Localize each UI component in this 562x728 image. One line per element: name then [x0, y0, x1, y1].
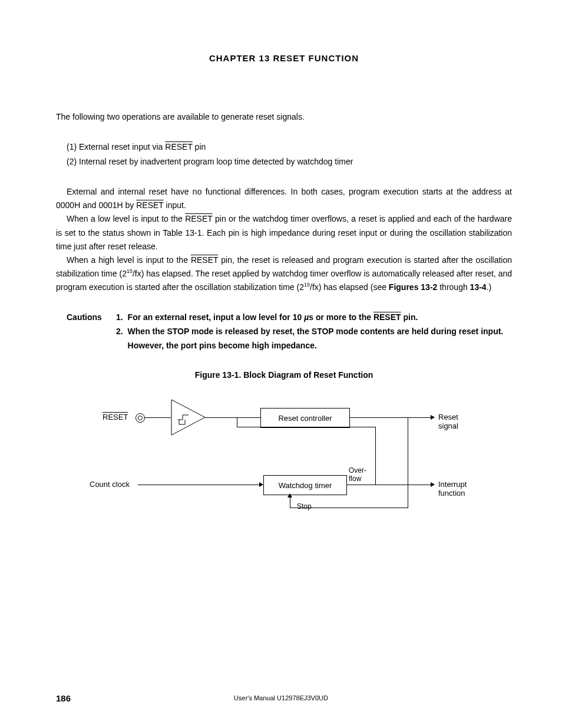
wire	[408, 485, 408, 508]
interrupt-function-label: Interrupt function	[438, 480, 472, 498]
reset-overline: RESET	[373, 312, 401, 322]
reset-pin-label: RESET	[103, 413, 128, 421]
arrow-right-icon	[259, 482, 263, 487]
overflow-label: Over- flow	[349, 467, 366, 482]
watchdog-timer-block: Watchdog timer	[263, 475, 347, 495]
p3-e: through	[437, 282, 470, 292]
exponent-15: 15	[304, 282, 310, 288]
p1-b: input.	[164, 200, 186, 210]
caution-1-num: 1.	[116, 311, 128, 325]
c1-a: For an external reset, input a low level…	[128, 312, 305, 322]
intro-text: The following two operations are availab…	[56, 112, 305, 121]
arrow-right-icon	[431, 482, 435, 487]
reset-overline: RESET	[185, 214, 212, 223]
reset-overline: RESET	[165, 142, 192, 151]
page-number: 186	[56, 693, 71, 703]
chapter-title: CHAPTER 13 RESET FUNCTION	[56, 53, 512, 63]
caution-2-num: 2.	[116, 325, 128, 353]
p1-a: External and internal reset have no func…	[56, 187, 512, 210]
paragraph-3: When a high level is input to the RESET …	[56, 253, 512, 294]
list-2-text: (2) Internal reset by inadvertent progra…	[67, 157, 353, 166]
cautions-items: 1. For an external reset, input a low le…	[116, 311, 512, 353]
figure-title: Figure 13-1. Block Diagram of Reset Func…	[56, 370, 512, 380]
page: CHAPTER 13 RESET FUNCTION The following …	[0, 0, 562, 728]
p3-a: When a high level is input to the	[67, 255, 191, 265]
paragraph-1: External and internal reset have no func…	[56, 185, 512, 212]
wire	[205, 417, 260, 418]
footer-text: User's Manual U12978EJ3V0UD	[0, 694, 562, 701]
caution-2: 2. When the STOP mode is released by res…	[116, 325, 512, 353]
list-1-pre: (1) External reset input via	[67, 142, 165, 151]
intro-paragraph: The following two operations are availab…	[56, 110, 512, 124]
caution-1: 1. For an external reset, input a low le…	[116, 311, 512, 325]
reset-controller-block: Reset controller	[260, 408, 350, 428]
reset-overline: RESET	[136, 200, 163, 210]
list-item-1: (1) External reset input via RESET pin	[67, 140, 512, 154]
block-diagram: RESET Reset controller Reset signal Coun…	[95, 391, 472, 521]
reset-signal-label: Reset signal	[438, 413, 472, 430]
pin-circle-icon	[135, 413, 145, 423]
count-clock-label: Count clock	[90, 480, 130, 489]
c1-b: s or more to the	[309, 312, 373, 322]
wire	[144, 417, 171, 418]
arrow-up-icon	[287, 493, 292, 498]
wire	[408, 417, 408, 485]
p2-a: When a low level is input to the	[67, 214, 185, 223]
wire	[346, 485, 432, 485]
p3-d: /fx) has elapsed (see	[310, 282, 389, 292]
wire	[375, 427, 376, 485]
reset-overline: RESET	[191, 255, 218, 265]
caution-1-text: For an external reset, input a low level…	[128, 311, 512, 325]
watchdog-timer-label: Watchdog timer	[279, 481, 332, 490]
caution-2-text: When the STOP mode is released by reset,…	[128, 325, 512, 353]
wire	[237, 417, 237, 427]
figure-ref-13-4: 13-4	[470, 282, 487, 292]
svg-marker-0	[171, 400, 205, 435]
wire	[138, 485, 260, 485]
exponent-15: 15	[127, 268, 133, 274]
mu-symbol: µ	[304, 312, 309, 322]
list-item-2: (2) Internal reset by inadvertent progra…	[67, 155, 512, 169]
wire	[349, 417, 432, 418]
arrow-right-icon	[431, 415, 435, 420]
c1-c: pin.	[401, 312, 418, 322]
paragraph-2: When a low level is input to the RESET p…	[56, 212, 512, 253]
reset-controller-label: Reset controller	[278, 414, 332, 423]
cautions-block: Cautions 1. For an external reset, input…	[56, 311, 512, 353]
stop-label: Stop	[297, 502, 312, 510]
buffer-icon	[171, 399, 207, 436]
list-1-post: pin	[193, 142, 206, 151]
figure-ref-13-2: Figures 13-2	[389, 282, 437, 292]
cautions-label: Cautions	[56, 311, 116, 353]
p3-f: .)	[487, 282, 492, 292]
wire	[237, 427, 375, 427]
